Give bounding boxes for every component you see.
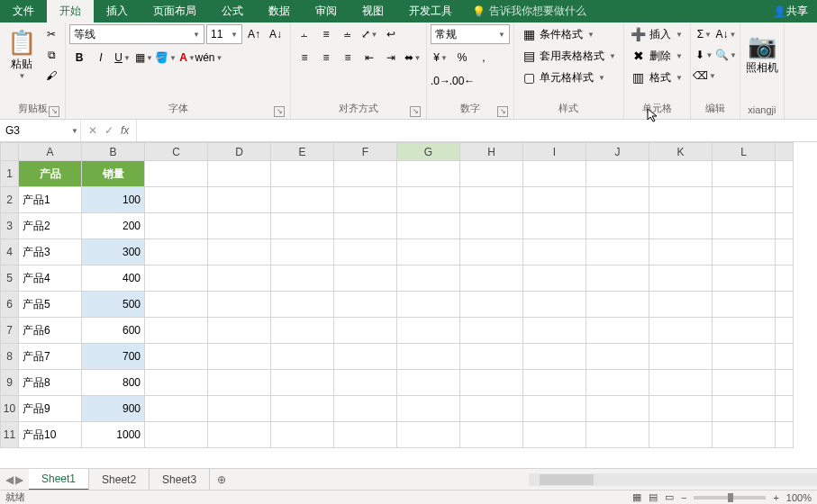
sort-filter-button[interactable]: A↓▼ [716,24,736,44]
cell-A4[interactable]: 产品3 [19,239,82,266]
tab-formulas[interactable]: 公式 [209,0,256,22]
paste-button[interactable]: 📋 粘贴 ▼ [4,24,40,84]
cell-I2[interactable] [523,187,586,213]
cell-L7[interactable] [713,318,776,344]
cell-E2[interactable] [271,187,334,213]
column-header-C[interactable]: C [145,143,208,161]
cell-B10[interactable]: 900 [82,396,145,422]
currency-button[interactable]: ¥▼ [431,48,450,68]
cell-L1[interactable] [713,161,776,187]
column-header-H[interactable]: H [460,143,523,161]
cell-F10[interactable] [334,396,397,422]
cell-F11[interactable] [334,422,397,448]
wrap-text-button[interactable]: ↩ [381,24,401,44]
sheet-tab-Sheet2[interactable]: Sheet2 [89,469,150,490]
cell-J10[interactable] [586,396,649,422]
cell-C1[interactable] [145,161,208,187]
cell-L4[interactable] [713,239,776,266]
cell-B9[interactable]: 800 [82,370,145,396]
camera-button[interactable]: 📷 照相机 [744,24,780,84]
underline-button[interactable]: U▼ [113,48,132,68]
row-header-4[interactable]: 4 [1,239,19,266]
cell-B4[interactable]: 300 [82,239,145,266]
cell-D6[interactable] [208,292,271,318]
column-header-I[interactable]: I [523,143,586,161]
row-header-11[interactable]: 11 [1,422,19,448]
cell-D8[interactable] [208,344,271,370]
cell-J3[interactable] [586,213,649,239]
cell-I8[interactable] [523,344,586,370]
cell-A6[interactable]: 产品5 [19,292,82,318]
phonetic-button[interactable]: wén▼ [199,48,219,68]
sheet-nav-next[interactable]: ▶ [15,473,23,486]
cell-F4[interactable] [334,239,397,266]
cell-A10[interactable]: 产品9 [19,396,82,422]
cell-G10[interactable] [397,396,460,422]
cell-E11[interactable] [271,422,334,448]
row-header-6[interactable]: 6 [1,292,19,318]
tab-home[interactable]: 开始 [47,0,94,22]
find-select-button[interactable]: 🔍▼ [716,45,736,65]
align-right-button[interactable]: ≡ [338,48,358,68]
cell-A9[interactable]: 产品8 [19,370,82,396]
cell-J1[interactable] [586,161,649,187]
cell-E4[interactable] [271,239,334,266]
cell-B8[interactable]: 700 [82,344,145,370]
row-header-3[interactable]: 3 [1,213,19,239]
cell-H7[interactable] [460,318,523,344]
cell-J11[interactable] [586,422,649,448]
cell-C9[interactable] [145,370,208,396]
zoom-in-button[interactable]: + [773,492,778,503]
cell-K5[interactable] [649,266,713,292]
column-header-E[interactable]: E [271,143,334,161]
tab-page-layout[interactable]: 页面布局 [141,0,209,22]
cell-G2[interactable] [397,187,460,213]
cell-B6[interactable]: 500 [82,292,145,318]
cell-K2[interactable] [649,187,713,213]
cell-C10[interactable] [145,396,208,422]
cell-J7[interactable] [586,318,649,344]
cell-J8[interactable] [586,344,649,370]
new-sheet-button[interactable]: ⊕ [210,473,233,486]
cell-H9[interactable] [460,370,523,396]
format-as-table-button[interactable]: ▤套用表格格式▼ [518,46,620,66]
column-header-G[interactable]: G [397,143,460,161]
cell-B11[interactable]: 1000 [82,422,145,448]
cell-J6[interactable] [586,292,649,318]
cell-I1[interactable] [523,161,586,187]
cell-E9[interactable] [271,370,334,396]
cell-J4[interactable] [586,239,649,266]
cell-H10[interactable] [460,396,523,422]
number-launcher[interactable]: ↘ [497,106,508,117]
cell-A2[interactable]: 产品1 [19,187,82,213]
cell-J9[interactable] [586,370,649,396]
cell-I9[interactable] [523,370,586,396]
align-center-button[interactable]: ≡ [316,48,336,68]
cut-button[interactable]: ✂ [41,24,61,44]
cell-D4[interactable] [208,239,271,266]
insert-cells-button[interactable]: ➕插入▼ [628,24,686,44]
align-bottom-button[interactable]: ⫨ [338,24,358,44]
cell-L5[interactable] [713,266,776,292]
tell-me-search[interactable]: 💡 告诉我你想要做什么 [465,0,586,22]
column-header-D[interactable]: D [208,143,271,161]
align-left-button[interactable]: ≡ [295,48,314,68]
column-header-F[interactable]: F [334,143,397,161]
cell-D9[interactable] [208,370,271,396]
scrollbar-thumb[interactable] [540,474,594,485]
cell-G9[interactable] [397,370,460,396]
cell-I10[interactable] [523,396,586,422]
cell-L6[interactable] [713,292,776,318]
copy-button[interactable]: ⧉ [41,45,61,65]
cell-A7[interactable]: 产品6 [19,318,82,344]
cell-C8[interactable] [145,344,208,370]
cell-F1[interactable] [334,161,397,187]
tab-review[interactable]: 审阅 [303,0,349,22]
cell-A1[interactable]: 产品 [19,161,82,187]
cell-L9[interactable] [713,370,776,396]
italic-button[interactable]: I [91,48,111,68]
clipboard-launcher[interactable]: ↘ [49,106,59,117]
cell-L10[interactable] [713,396,776,422]
cell-G4[interactable] [397,239,460,266]
column-header-J[interactable]: J [586,143,649,161]
